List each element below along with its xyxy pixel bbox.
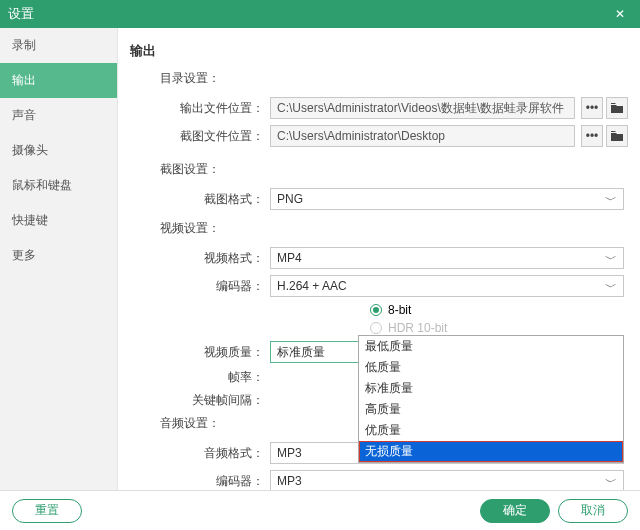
sidebar-item-hotkeys[interactable]: 快捷键: [0, 203, 117, 238]
label-output-path: 输出文件位置：: [180, 100, 270, 117]
screenshot-path-folder-button[interactable]: [606, 125, 628, 147]
sidebar-item-output[interactable]: 输出: [0, 63, 117, 98]
output-path-folder-button[interactable]: [606, 97, 628, 119]
screenshot-path-more-button[interactable]: •••: [581, 125, 603, 147]
more-icon: •••: [586, 129, 599, 143]
group-screenshot: 截图设置：: [160, 161, 628, 178]
group-video: 视频设置：: [160, 220, 628, 237]
output-path-more-button[interactable]: •••: [581, 97, 603, 119]
label-screenshot-format: 截图格式：: [180, 191, 270, 208]
label-audio-encoder: 编码器：: [180, 473, 270, 490]
radio-icon: [370, 322, 382, 334]
folder-icon: [611, 131, 623, 141]
dropdown-option-selected[interactable]: 无损质量: [359, 441, 623, 462]
sidebar-item-more[interactable]: 更多: [0, 238, 117, 273]
dropdown-option[interactable]: 标准质量: [359, 378, 623, 399]
bitdepth-hdr10-radio[interactable]: HDR 10-bit: [370, 321, 628, 335]
chevron-down-icon: ﹀: [605, 279, 617, 296]
more-icon: •••: [586, 101, 599, 115]
label-keyframe: 关键帧间隔：: [180, 392, 270, 409]
titlebar: 设置 ✕: [0, 0, 640, 28]
radio-icon: [370, 304, 382, 316]
bitdepth-8bit-radio[interactable]: 8-bit: [370, 303, 628, 317]
reset-button[interactable]: 重置: [12, 499, 82, 523]
close-icon[interactable]: ✕: [608, 7, 632, 21]
chevron-down-icon: ﹀: [605, 192, 617, 209]
footer: 重置 确定 取消: [0, 490, 640, 530]
label-framerate: 帧率：: [180, 369, 270, 386]
output-path-field[interactable]: C:\Users\Administrator\Videos\数据蛙\数据蛙录屏软…: [270, 97, 575, 119]
cancel-button[interactable]: 取消: [558, 499, 628, 523]
audio-encoder-select[interactable]: MP3﹀: [270, 470, 624, 490]
sidebar-item-camera[interactable]: 摄像头: [0, 133, 117, 168]
dropdown-option[interactable]: 优质量: [359, 420, 623, 441]
sidebar: 录制 输出 声音 摄像头 鼠标和键盘 快捷键 更多: [0, 28, 118, 490]
sidebar-item-sound[interactable]: 声音: [0, 98, 117, 133]
screenshot-path-field[interactable]: C:\Users\Administrator\Desktop: [270, 125, 575, 147]
chevron-down-icon: ﹀: [605, 474, 617, 490]
sidebar-item-mouse-keyboard[interactable]: 鼠标和键盘: [0, 168, 117, 203]
window-title: 设置: [8, 5, 608, 23]
group-directory: 目录设置：: [160, 70, 628, 87]
label-video-format: 视频格式：: [180, 250, 270, 267]
label-audio-format: 音频格式：: [180, 445, 270, 462]
chevron-down-icon: ﹀: [605, 251, 617, 268]
sidebar-item-record[interactable]: 录制: [0, 28, 117, 63]
video-quality-dropdown: 最低质量 低质量 标准质量 高质量 优质量 无损质量: [358, 335, 624, 463]
content-panel: 输出 目录设置： 输出文件位置： C:\Users\Administrator\…: [118, 28, 640, 490]
label-video-quality: 视频质量：: [180, 344, 270, 361]
dropdown-option[interactable]: 低质量: [359, 357, 623, 378]
screenshot-format-select[interactable]: PNG﹀: [270, 188, 624, 210]
dropdown-option[interactable]: 高质量: [359, 399, 623, 420]
video-format-select[interactable]: MP4﹀: [270, 247, 624, 269]
section-title: 输出: [130, 42, 628, 60]
ok-button[interactable]: 确定: [480, 499, 550, 523]
label-screenshot-path: 截图文件位置：: [180, 128, 270, 145]
folder-icon: [611, 103, 623, 113]
label-video-encoder: 编码器：: [180, 278, 270, 295]
video-encoder-select[interactable]: H.264 + AAC﹀: [270, 275, 624, 297]
dropdown-option[interactable]: 最低质量: [359, 336, 623, 357]
